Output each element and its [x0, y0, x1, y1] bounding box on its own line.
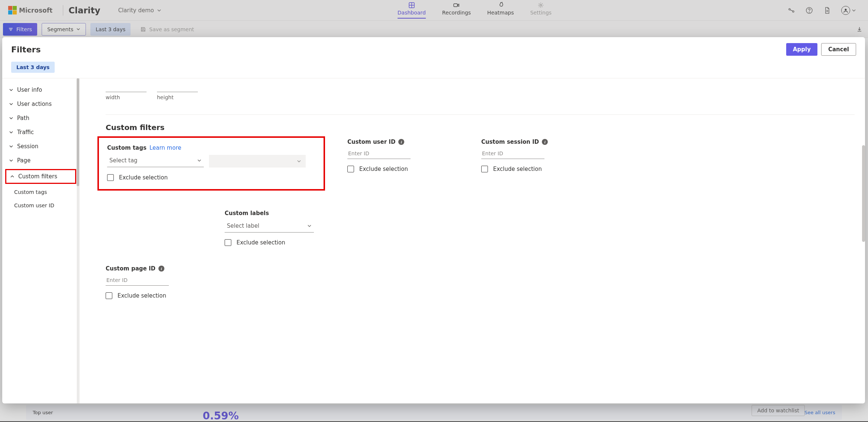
date-range-chip[interactable]: Last 3 days — [90, 23, 131, 36]
sidebar-item-path[interactable]: Path — [2, 111, 79, 125]
main-nav: Dashboard Recordings Heatmaps Settings — [161, 2, 788, 19]
connect-icon[interactable] — [788, 7, 795, 14]
select-tag-dropdown[interactable]: Select tag — [107, 155, 204, 167]
save-segment-label: Save as segment — [149, 26, 194, 32]
select-tag-value-dropdown[interactable] — [209, 155, 306, 168]
custom-labels-block: Custom labels Select label Exclude selec… — [225, 210, 321, 246]
sidebar-sub-custom-tags[interactable]: Custom tags — [2, 185, 79, 199]
select-label-placeholder: Select label — [227, 223, 259, 229]
custom-labels-label: Custom labels — [225, 210, 269, 217]
custom-page-id-label: Custom page ID — [106, 265, 155, 272]
exclude-session-id-label: Exclude selection — [493, 166, 542, 172]
chevron-down-icon — [9, 102, 13, 106]
sidebar-item-session[interactable]: Session — [2, 139, 79, 153]
gear-icon — [537, 2, 544, 9]
exclude-user-id-label: Exclude selection — [359, 166, 408, 172]
exclude-labels-checkbox[interactable] — [225, 239, 231, 246]
chevron-down-icon — [307, 224, 312, 228]
segments-button[interactable]: Segments — [42, 23, 86, 36]
sidebar-item-label: Traffic — [17, 129, 34, 136]
info-icon[interactable]: i — [542, 139, 548, 145]
add-watchlist-button[interactable]: Add to watchlist — [752, 405, 805, 416]
chevron-down-icon — [9, 88, 13, 92]
select-label-dropdown[interactable]: Select label — [225, 220, 314, 233]
help-icon[interactable] — [806, 7, 813, 14]
width-input[interactable] — [106, 82, 147, 92]
project-picker[interactable]: Clarity demo — [118, 7, 161, 14]
sidebar-scrollbar-thumb[interactable] — [77, 78, 79, 186]
topbar-actions — [788, 6, 856, 15]
custom-user-id-input[interactable] — [347, 149, 411, 159]
sidebar-scrollbar-track — [77, 78, 79, 403]
filter-icon — [8, 27, 13, 32]
custom-user-id-block: Custom user ID i Exclude selection — [347, 139, 459, 172]
section-divider — [106, 114, 855, 115]
select-tag-placeholder: Select tag — [109, 157, 138, 164]
modal-header: Filters Apply Cancel — [2, 37, 865, 59]
sidebar-item-page[interactable]: Page — [2, 153, 79, 168]
sidebar-sub-custom-user-id[interactable]: Custom user ID — [2, 199, 79, 212]
sidebar-item-user-info[interactable]: User info — [2, 83, 79, 97]
cancel-button[interactable]: Cancel — [821, 43, 856, 56]
nav-settings[interactable]: Settings — [530, 2, 552, 19]
download-icon[interactable] — [856, 26, 863, 33]
nav-heatmaps[interactable]: Heatmaps — [487, 2, 514, 19]
svg-point-7 — [845, 9, 847, 10]
custom-session-id-input[interactable] — [481, 149, 544, 159]
nav-heatmaps-label: Heatmaps — [487, 10, 514, 16]
top-user-card: Top user See all users — [26, 405, 842, 420]
svg-rect-1 — [454, 4, 457, 7]
document-icon[interactable] — [823, 7, 831, 14]
avatar-icon — [841, 6, 850, 15]
filter-content: width height Custom filters Custom tags … — [80, 78, 865, 403]
exclude-session-id-checkbox[interactable] — [481, 166, 488, 172]
chevron-down-icon — [9, 130, 13, 134]
sidebar-item-label: Session — [17, 143, 38, 150]
microsoft-logo-icon — [8, 6, 17, 14]
exclude-user-id-checkbox[interactable] — [347, 166, 354, 172]
custom-user-id-label: Custom user ID — [347, 139, 395, 145]
svg-point-6 — [809, 12, 809, 12]
modal-actions: Apply Cancel — [786, 43, 856, 56]
divider — [63, 5, 63, 16]
info-icon[interactable]: i — [398, 139, 404, 145]
custom-tags-label: Custom tags — [107, 145, 147, 151]
custom-tags-block: Custom tags Learn more Select tag — [97, 136, 325, 191]
screen-size-row: width height — [106, 82, 855, 100]
sidebar-item-user-actions[interactable]: User actions — [2, 97, 79, 111]
chevron-down-icon — [9, 158, 13, 163]
height-input[interactable] — [157, 82, 198, 92]
see-all-users-link[interactable]: See all users — [804, 410, 835, 415]
date-range-label: Last 3 days — [96, 26, 125, 32]
nav-recordings-label: Recordings — [442, 10, 471, 16]
segments-label: Segments — [47, 26, 73, 32]
sidebar-item-custom-filters[interactable]: Custom filters — [5, 169, 76, 184]
company-wordmark: Microsoft — [19, 7, 52, 14]
chevron-down-icon — [76, 27, 80, 31]
exclude-tags-label: Exclude selection — [119, 174, 168, 181]
sidebar-item-label: Custom filters — [18, 173, 57, 180]
apply-button[interactable]: Apply — [786, 43, 817, 56]
exclude-page-id-checkbox[interactable] — [106, 292, 112, 299]
modal-body: User info User actions Path Traffic Sess… — [2, 78, 865, 403]
save-segment-button[interactable]: Save as segment — [135, 23, 199, 36]
range-chip[interactable]: Last 3 days — [11, 62, 55, 73]
chevron-down-icon — [157, 8, 161, 13]
learn-more-link[interactable]: Learn more — [150, 145, 181, 151]
modal-chip-row: Last 3 days — [2, 59, 865, 78]
nav-recordings[interactable]: Recordings — [442, 2, 471, 19]
sidebar-item-label: Page — [17, 157, 30, 164]
sidebar-item-traffic[interactable]: Traffic — [2, 125, 79, 139]
exclude-tags-checkbox[interactable] — [107, 174, 114, 181]
custom-page-id-input[interactable] — [106, 276, 169, 286]
account-menu[interactable] — [841, 6, 856, 15]
filters-button[interactable]: Filters — [3, 23, 37, 36]
info-icon[interactable]: i — [158, 266, 164, 272]
svg-point-3 — [789, 9, 790, 10]
sidebar-item-label: Path — [17, 115, 29, 121]
chevron-down-icon — [9, 116, 13, 120]
sidebar-item-label: User actions — [17, 101, 52, 107]
modal-title: Filters — [11, 45, 41, 54]
content-scrollbar-thumb[interactable] — [862, 145, 865, 242]
nav-dashboard[interactable]: Dashboard — [398, 2, 426, 19]
